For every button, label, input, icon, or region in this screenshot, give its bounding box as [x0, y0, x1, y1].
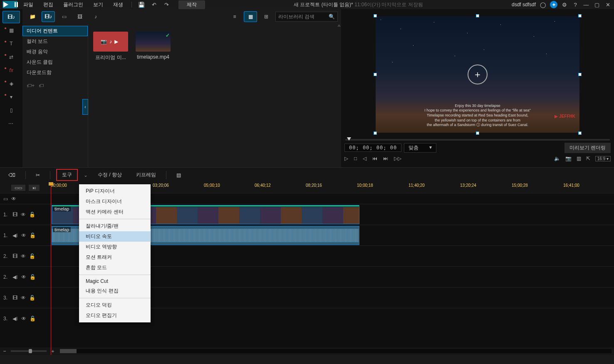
popout-icon[interactable]: ⇱	[586, 156, 590, 161]
dropdown-item[interactable]: 오디오 덕킹	[79, 300, 151, 310]
zoom-in-icon[interactable]: ＋	[48, 348, 57, 355]
room-effect-icon[interactable]: ▦	[2, 24, 20, 37]
room-title-icon[interactable]: T	[2, 37, 20, 50]
fast-fwd-icon[interactable]: ▷▷	[394, 156, 401, 161]
track-visible-icon[interactable]: 👁	[21, 295, 26, 301]
track-lock-icon[interactable]: 🔓	[30, 274, 36, 280]
gallery-scrollbar[interactable]	[336, 24, 340, 167]
save-icon[interactable]: 💾	[136, 2, 147, 8]
track-lock-icon[interactable]: 🔓	[29, 212, 35, 218]
tree-item-color[interactable]: 컬러 보드	[22, 36, 88, 47]
dropdown-item[interactable]: 마스크 디자이너	[79, 196, 151, 207]
cut-icon[interactable]: ✂	[32, 171, 44, 180]
tree-item-bgm[interactable]: 배경 음악	[22, 47, 88, 57]
search-input[interactable]: 라이브러리 검색 🔍	[275, 12, 338, 22]
video-track-icon[interactable]: 🎞	[12, 212, 17, 218]
audio-track-icon[interactable]: ◀⁞	[12, 233, 18, 238]
resize-handle[interactable]	[476, 14, 479, 17]
dropdown-item[interactable]: 혼합 모드	[79, 262, 151, 273]
step-fwd-icon[interactable]: ⏭	[383, 156, 388, 161]
gallery-item-premium[interactable]: 📷♪▶ 프리미엄 미...	[93, 32, 128, 61]
resize-handle[interactable]	[476, 131, 479, 135]
tools-dropdown-button[interactable]: 도구	[56, 169, 78, 181]
search-icon[interactable]: 🔍	[329, 14, 335, 20]
redo-icon[interactable]: ↷	[161, 2, 172, 8]
keyframe-button[interactable]: 키프레임	[132, 170, 160, 180]
storyboard-mode-icon[interactable]: ▭▭	[11, 185, 25, 191]
track-view-icon[interactable]: ▭	[3, 196, 8, 202]
room-more-icon[interactable]: ⋯	[2, 117, 20, 130]
menu-view[interactable]: 보기	[89, 1, 107, 8]
tag-add-icon[interactable]: 🏷+	[27, 83, 35, 89]
dual-preview-icon[interactable]: ▥	[577, 156, 581, 161]
timeline-scrollbar[interactable]	[60, 349, 612, 353]
user-name[interactable]: dsdf sdfsdf	[512, 2, 536, 7]
room-overlay-icon[interactable]: ◈	[2, 77, 20, 90]
room-fx-icon[interactable]: fx	[2, 64, 20, 77]
track-visible-icon[interactable]: 👁	[21, 233, 26, 238]
dropdown-item[interactable]: 잘라내기/줌/팬	[79, 221, 151, 231]
resize-handle[interactable]	[578, 73, 582, 76]
filter-image-icon[interactable]: 🖼	[73, 11, 87, 22]
playhead[interactable]	[51, 182, 51, 355]
scrollbar-thumb[interactable]	[60, 349, 77, 353]
audio-track-icon[interactable]: ◀⁞	[12, 274, 18, 280]
room-media-icon[interactable]: 🎞♪	[2, 11, 20, 23]
resize-handle[interactable]	[374, 73, 377, 76]
room-particle-icon[interactable]: ▾	[2, 91, 20, 103]
dropdown-item[interactable]: 오디오 편집기	[79, 310, 151, 321]
step-back-icon[interactable]: ⏮	[372, 156, 377, 161]
filter-all-icon[interactable]: 🎞♪	[42, 11, 55, 22]
aspect-ratio-badge[interactable]: 16:9 ▾	[595, 156, 611, 161]
resize-handle[interactable]	[374, 14, 377, 17]
video-track-icon[interactable]: 🎞	[12, 253, 17, 259]
room-transition-icon[interactable]: ⇄	[2, 51, 20, 63]
close-icon[interactable]: ✕	[604, 1, 612, 8]
resize-handle[interactable]	[578, 14, 582, 17]
track-visible-icon[interactable]: 👁	[11, 196, 16, 202]
dropdown-item[interactable]: 비디오 속도	[79, 231, 151, 242]
tag-remove-icon[interactable]: 🏷	[39, 83, 44, 89]
resize-handle[interactable]	[578, 131, 582, 135]
filter-video-icon[interactable]: ▭	[57, 11, 71, 22]
prev-frame-icon[interactable]: ◁	[363, 156, 366, 161]
resize-handle[interactable]	[374, 131, 377, 135]
gallery-item-timelapse[interactable]: timelapse.mp4	[136, 32, 171, 60]
snapshot-icon[interactable]: 📷	[565, 156, 572, 161]
preview-canvas[interactable]: ＋ JEFFHK Enjoy this 30 day timelapse I h…	[376, 16, 579, 133]
minimize-icon[interactable]: —	[582, 1, 590, 8]
fix-enhance-button[interactable]: 수정 / 향상	[94, 170, 126, 180]
preview-render-button[interactable]: 미리보기 렌더링	[564, 143, 611, 153]
user-icon[interactable]: ◯	[539, 1, 547, 8]
eraser-icon[interactable]: ⌫	[4, 171, 20, 180]
preview-seek-slider[interactable]	[345, 139, 610, 141]
dropdown-item[interactable]: 비디오 역방향	[79, 242, 151, 252]
track-visible-icon[interactable]: 👁	[21, 253, 26, 259]
maximize-icon[interactable]: ▢	[593, 1, 601, 8]
more-tools-icon[interactable]: ▤	[172, 171, 185, 180]
zoom-knob[interactable]	[29, 349, 32, 353]
dropdown-item[interactable]: 모션 트래커	[79, 252, 151, 262]
preview-mode-icon[interactable]: ⏯	[29, 185, 40, 191]
audio-track-icon[interactable]: ◀⁞	[12, 316, 18, 322]
video-track-icon[interactable]: 🎞	[12, 295, 17, 301]
collapse-tree-icon[interactable]: ‹	[82, 99, 88, 115]
import-icon[interactable]: 📁	[26, 11, 39, 22]
timecode-display[interactable]: 00; 00; 00; 00	[344, 144, 401, 152]
track-lock-icon[interactable]: 🔓	[29, 295, 35, 301]
menu-plugin[interactable]: 플러그인	[59, 1, 87, 8]
menu-edit[interactable]: 편집	[39, 1, 57, 8]
dropdown-item[interactable]: 내용 인식 편집	[79, 286, 151, 296]
tree-item-download[interactable]: 다운로드함	[22, 67, 88, 78]
tree-item-media[interactable]: 미디어 컨텐트	[22, 26, 88, 36]
zoom-out-icon[interactable]: −	[0, 348, 9, 354]
app-logo-icon[interactable]	[2, 1, 17, 8]
view-grid-icon[interactable]: ▦	[244, 11, 257, 22]
menu-file[interactable]: 파일	[19, 1, 37, 8]
tree-item-sound[interactable]: 사운드 클립	[22, 57, 88, 67]
volume-icon[interactable]: 🔈	[554, 156, 560, 161]
track-visible-icon[interactable]: 👁	[21, 274, 26, 280]
fit-dropdown[interactable]: 맞춤 ▾	[404, 143, 436, 153]
cloud-icon[interactable]: ✦	[550, 1, 557, 8]
seek-marker-icon[interactable]	[347, 137, 351, 141]
